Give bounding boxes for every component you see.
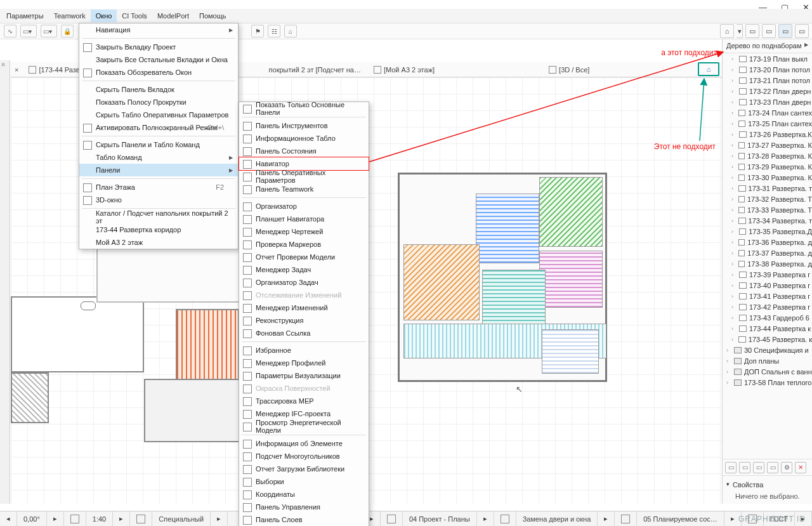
nav-publisher-icon[interactable]: ▭ [795,24,809,38]
collapsed-tool-palette[interactable]: « [0,60,10,504]
menu-row[interactable]: Закрыть Все Остальные Вкладки и Окна [79,53,238,66]
nav-btn-delete[interactable]: ✕ [795,462,806,473]
status-zoom-icon[interactable] [130,511,152,526]
submenu-row[interactable]: Трассировка MEP [239,395,369,407]
submenu-row[interactable]: Параметры Визуализации [239,369,369,382]
submenu-row[interactable]: Менеджер Задач [239,263,369,276]
status-view2[interactable]: Замена двери и окна [516,511,598,526]
status-view2-icon[interactable] [494,511,516,526]
submenu-row[interactable]: Показать Только Основные Панели [239,102,369,115]
status-scale[interactable]: 1:40 [86,511,113,526]
navigator-tree[interactable]: 173-19 План выкл173-20 План потол173-21 … [723,53,812,459]
menu-row[interactable]: Каталог / Подсчет напольних покрытий 2 э… [79,211,238,223]
flag-icon[interactable]: ⚑ [251,25,264,37]
submenu-row[interactable]: Навигатор [239,157,369,170]
tree-item[interactable]: 173-44 Развертка к [723,323,812,334]
status-view1[interactable]: 04 Проект - Планы [403,511,477,526]
menu-row[interactable]: Показать Полосу Прокрутки [79,96,238,108]
nav-btn-1[interactable]: ▭ [725,462,737,473]
home-small-icon[interactable]: ⌂ [284,25,297,37]
nav-viewmap-icon[interactable]: ▭ [762,24,776,38]
tree-item[interactable]: 173-21 План потол [723,75,812,86]
tree-item[interactable]: 173-37 Развертка. д [723,247,812,258]
status-arrow[interactable]: ▸ [211,511,228,526]
submenu-row[interactable]: Информация об Элементе [239,437,369,450]
tab-2[interactable]: [Мой А3 2 этаж] [367,63,441,76]
tool-dropdown-1[interactable]: ▭▾ [20,25,37,37]
menu-row[interactable]: 173-44 Развертка коридор [79,223,238,236]
status-layerset[interactable]: Специальный [152,511,211,526]
tree-item[interactable]: 173-31 Развертка. т [723,183,812,194]
menu-row[interactable]: Скрыть Панели и Табло Команд [79,138,238,151]
tree-item[interactable]: 173-29 Развертка. К [723,161,812,172]
navigator-header[interactable]: Дерево по поднаборам [723,39,812,53]
status-layer-icon[interactable] [64,511,86,526]
status-arrow[interactable]: ▸ [47,511,64,526]
menu-parameters[interactable]: Параметры [1,10,49,22]
tree-item[interactable]: 173-32 Развертка. Т [723,194,812,204]
tree-item[interactable]: 173-24 План сантех [723,107,812,118]
status-angle[interactable]: 0,00° [17,511,47,526]
menu-ci-tools[interactable]: CI Tools [117,10,152,22]
submenu-row[interactable]: Менеджер Чертежей [239,225,369,238]
tree-item[interactable]: 173-42 Развертка г [723,301,812,312]
submenu-row[interactable]: Информационное Табло [239,132,369,145]
submenu-row[interactable]: Организатор [239,200,369,213]
submenu-row[interactable]: Просмотр Энергетической Модели [239,420,369,433]
submenu-row[interactable]: Панель Инструментов [239,119,369,132]
nav-map-icon[interactable]: ▭ [745,24,759,38]
menu-row[interactable]: Табло Команд [79,151,238,164]
submenu-row[interactable]: Панель Teamwork [239,183,369,195]
submenu-row[interactable]: Фоновая Ссылка [239,327,369,339]
tree-item[interactable]: 173-26 Развертка.К [723,129,812,140]
tree-item[interactable]: 173-45 Развертка. к [723,334,812,345]
nav-home-icon[interactable]: ⌂ [720,24,734,38]
tree-item[interactable]: 173-30 Развертка. К [723,172,812,183]
menu-teamwork[interactable]: Teamwork [49,10,91,22]
tab-1[interactable]: покрытий 2 эт [Подсчет на… [263,63,367,76]
tree-item[interactable]: 173-23 План дверн [723,96,812,107]
tree-icon[interactable]: ☷ [268,25,280,37]
menu-row[interactable]: Скрыть Панель Вкладок [79,83,238,96]
menu-modelport[interactable]: ModelPort [152,10,194,22]
tree-folder[interactable]: Доп планы [723,355,812,366]
menu-row[interactable]: Активировать Полноэкранный РежимCtrl+\ [79,121,238,134]
submenu-row[interactable]: Панель Оперативных Параметров [239,170,369,183]
submenu-row[interactable]: Планшет Навигатора [239,213,369,225]
tree-item[interactable]: 173-27 Развертка. К [723,140,812,150]
submenu-row[interactable]: Менеджер Изменений [239,301,369,314]
tree-item[interactable]: 173-20 План потол [723,64,812,75]
tree-item[interactable]: 173-39 Развертка г [723,269,812,280]
nav-btn-4[interactable]: ▭ [767,462,778,473]
tree-item[interactable]: 173-22 План дверн [723,86,812,96]
status-arrow-left[interactable]: ◂ [0,511,17,526]
navigator-toggle-highlight[interactable]: ⌂ [698,62,719,76]
tree-item[interactable]: 173-19 План выкл [723,53,812,64]
submenu-row[interactable]: Менеджер IFC-проекта [239,407,369,420]
tree-item[interactable]: 173-41 Развертка г [723,291,812,301]
tree-item[interactable]: 173-35 Развертка.Д [723,226,812,237]
tree-item[interactable]: 173-40 Развертка г [723,280,812,291]
tree-item[interactable]: 173-38 Развертка. д [723,258,812,269]
submenu-row[interactable]: Проверка Маркеров [239,238,369,251]
submenu-row[interactable]: Панель Управления [239,501,369,513]
status-arrow[interactable]: ▸ [598,511,615,526]
submenu-row[interactable]: Подсчет Многоугольников [239,450,369,463]
close-tab-button[interactable]: × [11,66,22,74]
status-view3[interactable]: 05 Планируемое сос… [637,511,724,526]
nav-btn-2[interactable]: ▭ [739,462,750,473]
tab-3[interactable]: [3D / Все] [542,63,596,76]
tree-item[interactable]: 173-36 Развертка. д [723,237,812,247]
status-arrow[interactable]: ▸ [113,511,130,526]
menu-row[interactable]: Панели [79,164,238,176]
submenu-row[interactable]: Организатор Задач [239,276,369,289]
nav-btn-settings[interactable]: ⚙ [781,462,792,473]
tree-item[interactable]: 173-33 Развертка. Т [723,204,812,215]
nav-layoutbook-icon[interactable]: ▭ [778,24,792,38]
tree-item[interactable]: 173-28 Развертка. К [723,150,812,161]
submenu-row[interactable]: Избранное [239,344,369,357]
submenu-row[interactable]: Отчет Загрузки Библиотеки [239,463,369,475]
menu-row[interactable]: План ЭтажаF2 [79,181,238,194]
menu-help[interactable]: Помощь [194,10,232,22]
tree-item[interactable]: 173-34 Развертка. т [723,215,812,226]
